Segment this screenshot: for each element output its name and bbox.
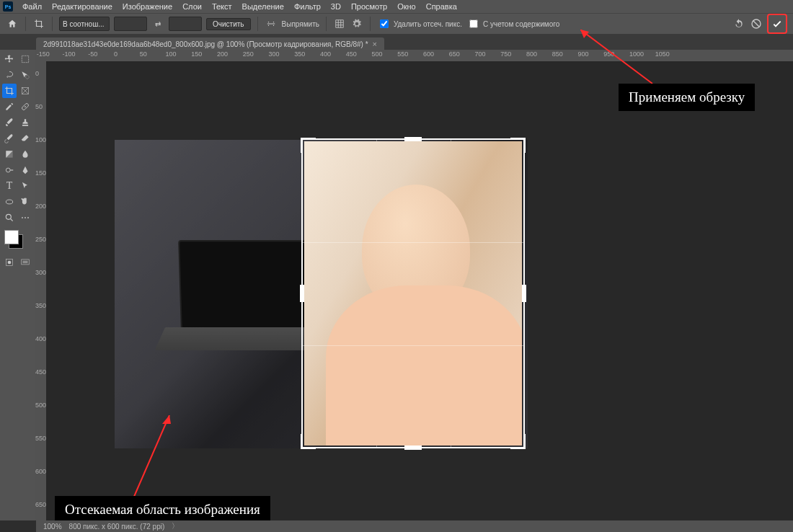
crop-handle-left[interactable] — [300, 285, 304, 302]
type-tool[interactable]: T — [2, 179, 17, 193]
clear-button[interactable]: Очистить — [206, 18, 251, 30]
crop-settings-icon[interactable] — [350, 17, 363, 30]
annotation-cropped-area: Отсекаемая область изображения — [55, 496, 270, 523]
dodge-tool[interactable] — [2, 163, 17, 177]
doc-info[interactable]: 800 пикс. x 600 пикс. (72 ppi) — [69, 523, 165, 531]
menu-view[interactable]: Просмотр — [346, 0, 392, 13]
gradient-tool[interactable] — [2, 147, 17, 161]
menu-image[interactable]: Изображение — [118, 0, 177, 13]
menu-filter[interactable]: Фильтр — [289, 0, 326, 13]
crop-handle-right[interactable] — [522, 285, 526, 302]
svg-point-6 — [6, 168, 10, 172]
document-tab[interactable]: 2d991018ae31d43e0de169daa6b48ed0_800x600… — [36, 37, 384, 50]
menu-bar: Ps Файл Редактирование Изображение Слои … — [0, 0, 793, 13]
delete-pixels-label: Удалить отсеч. пикс. — [394, 20, 462, 28]
hand-tool[interactable] — [18, 195, 32, 209]
divider — [326, 17, 327, 31]
zoom-level[interactable]: 100% — [43, 523, 62, 531]
home-icon[interactable] — [6, 17, 19, 30]
zoom-tool[interactable] — [2, 210, 17, 225]
ruler-horizontal: -150-100-5005010015020025030035040045050… — [35, 50, 793, 62]
menu-file[interactable]: Файл — [17, 0, 47, 13]
doc-info-chevron-icon[interactable]: 〉 — [172, 521, 179, 531]
healing-tool[interactable] — [18, 99, 32, 114]
divider — [52, 17, 53, 31]
content-aware-checkbox[interactable]: С учетом содержимого — [466, 17, 559, 30]
menu-help[interactable]: Справка — [421, 0, 462, 13]
crop-handle-br[interactable] — [510, 434, 526, 449]
crop-preview — [304, 141, 522, 445]
eyedropper-tool[interactable] — [2, 99, 17, 114]
path-select-tool[interactable] — [18, 179, 32, 193]
menu-text[interactable]: Текст — [207, 0, 237, 13]
crop-tool[interactable] — [2, 84, 17, 98]
marquee-tool[interactable] — [18, 52, 32, 66]
move-tool[interactable] — [2, 52, 17, 66]
svg-line-15 — [133, 415, 169, 498]
app-icon: Ps — [3, 1, 13, 12]
crop-handle-top[interactable] — [404, 137, 422, 141]
svg-point-8 — [6, 214, 11, 219]
straighten-label: Выпрямить — [282, 20, 319, 28]
straighten-icon[interactable] — [265, 17, 278, 30]
menu-layers[interactable]: Слои — [177, 0, 207, 13]
crop-handle-bl[interactable] — [301, 434, 316, 449]
swap-icon[interactable]: ⇄ — [151, 17, 164, 30]
toolbox: T ⋯ — [0, 50, 37, 520]
reset-icon[interactable] — [732, 17, 745, 30]
svg-point-10 — [8, 261, 12, 265]
history-brush-tool[interactable] — [2, 131, 17, 146]
screen-mode-icon[interactable] — [18, 255, 32, 270]
svg-rect-1 — [22, 56, 28, 62]
cancel-crop-icon[interactable] — [750, 17, 763, 30]
crop-tool-icon[interactable] — [32, 17, 45, 30]
blur-tool[interactable] — [18, 147, 32, 161]
svg-point-7 — [6, 200, 12, 204]
quick-select-tool[interactable] — [18, 68, 32, 82]
svg-marker-16 — [162, 415, 171, 424]
brush-tool[interactable] — [2, 115, 17, 130]
svg-marker-14 — [580, 30, 589, 38]
ratio-select[interactable]: В соотнош... — [59, 17, 110, 31]
svg-point-2 — [26, 76, 30, 79]
ruler-vertical: 0501001502002503003504004505005506006507… — [35, 61, 47, 520]
content-aware-label: С учетом содержимого — [483, 20, 559, 28]
width-input[interactable] — [114, 17, 147, 31]
lasso-tool[interactable] — [2, 68, 17, 82]
commit-crop-button[interactable] — [767, 14, 787, 34]
divider — [257, 17, 258, 31]
workspace: T ⋯ -150-100-500501001502002503003504004… — [0, 50, 793, 520]
crop-handle-bottom[interactable] — [404, 445, 422, 450]
divider — [370, 17, 371, 31]
menu-edit[interactable]: Редактирование — [47, 0, 118, 13]
crop-handle-tl[interactable] — [301, 138, 316, 153]
document-title: 2d991018ae31d43e0de169daa6b48ed0_800x600… — [43, 40, 368, 48]
divider — [25, 17, 26, 31]
height-input[interactable] — [169, 17, 202, 31]
svg-rect-12 — [23, 261, 28, 264]
quick-mask-icon[interactable] — [2, 255, 17, 270]
edit-toolbar-icon[interactable]: ⋯ — [18, 210, 32, 225]
stamp-tool[interactable] — [18, 115, 32, 130]
pen-tool[interactable] — [18, 163, 32, 177]
options-bar: В соотнош... ⇄ Очистить Выпрямить Удалит… — [0, 13, 793, 34]
delete-pixels-checkbox[interactable]: Удалить отсеч. пикс. — [377, 17, 462, 30]
close-tab-icon[interactable]: × — [373, 40, 377, 48]
status-bar: 100% 800 пикс. x 600 пикс. (72 ppi) 〉 — [36, 520, 793, 532]
menu-window[interactable]: Окно — [392, 0, 421, 13]
color-swatch[interactable] — [4, 230, 23, 249]
annotation-apply-crop: Применяем обрезку — [619, 84, 755, 111]
arrow-cropped-area — [126, 415, 191, 509]
crop-handle-tr[interactable] — [510, 138, 526, 153]
overlay-grid-icon[interactable] — [333, 17, 346, 30]
menu-3d[interactable]: 3D — [326, 0, 346, 13]
crop-selection[interactable] — [301, 138, 525, 448]
svg-line-13 — [580, 30, 652, 84]
eraser-tool[interactable] — [18, 131, 32, 146]
shape-tool[interactable] — [2, 195, 17, 209]
document-tabs: 2d991018ae31d43e0de169daa6b48ed0_800x600… — [0, 34, 793, 50]
menu-select[interactable]: Выделение — [237, 0, 289, 13]
frame-tool[interactable] — [18, 84, 32, 98]
